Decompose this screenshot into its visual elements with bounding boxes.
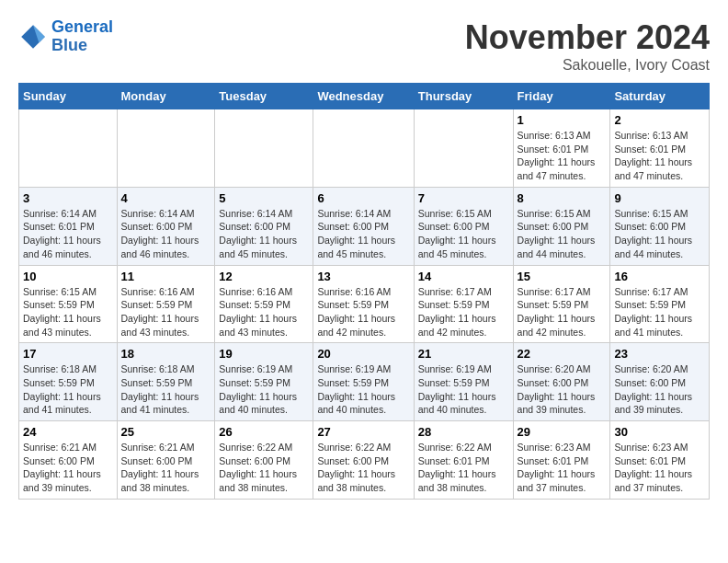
weekday-header-wednesday: Wednesday: [313, 84, 414, 109]
day-info: Sunrise: 6:14 AM Sunset: 6:00 PM Dayligh…: [121, 207, 211, 261]
day-number: 28: [418, 425, 509, 439]
calendar-cell: 2Sunrise: 6:13 AM Sunset: 6:01 PM Daylig…: [610, 109, 710, 188]
calendar-cell: 30Sunrise: 6:23 AM Sunset: 6:01 PM Dayli…: [610, 421, 710, 500]
day-number: 26: [219, 425, 309, 439]
calendar-cell: 12Sunrise: 6:16 AM Sunset: 5:59 PM Dayli…: [215, 265, 313, 343]
weekday-header-row: SundayMondayTuesdayWednesdayThursdayFrid…: [19, 84, 710, 109]
day-number: 27: [317, 425, 409, 439]
day-info: Sunrise: 6:23 AM Sunset: 6:01 PM Dayligh…: [518, 441, 607, 495]
calendar-week-row: 24Sunrise: 6:21 AM Sunset: 6:00 PM Dayli…: [19, 421, 710, 500]
day-number: 4: [121, 191, 211, 205]
day-info: Sunrise: 6:15 AM Sunset: 5:59 PM Dayligh…: [23, 285, 113, 339]
calendar-cell: 10Sunrise: 6:15 AM Sunset: 5:59 PM Dayli…: [19, 265, 118, 343]
calendar-cell: 14Sunrise: 6:17 AM Sunset: 5:59 PM Dayli…: [414, 265, 513, 343]
calendar-cell: 29Sunrise: 6:23 AM Sunset: 6:01 PM Dayli…: [513, 421, 610, 500]
calendar-cell: 17Sunrise: 6:18 AM Sunset: 5:59 PM Dayli…: [19, 343, 118, 421]
calendar-cell: 15Sunrise: 6:17 AM Sunset: 5:59 PM Dayli…: [513, 265, 610, 343]
weekday-header-saturday: Saturday: [610, 84, 710, 109]
logo-line2: Blue: [51, 36, 87, 54]
location-title: Sakouelle, Ivory Coast: [465, 57, 710, 74]
day-number: 18: [121, 347, 211, 361]
calendar-cell: 13Sunrise: 6:16 AM Sunset: 5:59 PM Dayli…: [313, 265, 414, 343]
calendar-cell: [19, 109, 118, 188]
calendar-week-row: 3Sunrise: 6:14 AM Sunset: 6:01 PM Daylig…: [19, 187, 710, 265]
day-info: Sunrise: 6:15 AM Sunset: 6:00 PM Dayligh…: [418, 207, 509, 261]
day-info: Sunrise: 6:18 AM Sunset: 5:59 PM Dayligh…: [23, 362, 113, 417]
calendar-cell: 4Sunrise: 6:14 AM Sunset: 6:00 PM Daylig…: [117, 187, 215, 265]
day-number: 19: [219, 347, 309, 361]
day-number: 11: [121, 270, 211, 283]
calendar-cell: [215, 109, 313, 188]
calendar-cell: 22Sunrise: 6:20 AM Sunset: 6:00 PM Dayli…: [513, 343, 610, 421]
day-number: 2: [614, 113, 705, 127]
calendar-cell: 9Sunrise: 6:15 AM Sunset: 6:00 PM Daylig…: [610, 187, 710, 265]
calendar-cell: [117, 109, 215, 188]
calendar-cell: 20Sunrise: 6:19 AM Sunset: 5:59 PM Dayli…: [313, 343, 414, 421]
weekday-header-sunday: Sunday: [19, 84, 118, 109]
calendar-cell: 1Sunrise: 6:13 AM Sunset: 6:01 PM Daylig…: [513, 109, 610, 188]
day-number: 5: [219, 191, 309, 205]
month-title: November 2024: [465, 18, 710, 57]
weekday-header-friday: Friday: [513, 84, 610, 109]
calendar-cell: 16Sunrise: 6:17 AM Sunset: 5:59 PM Dayli…: [610, 265, 710, 343]
day-number: 13: [317, 270, 409, 283]
calendar-cell: 28Sunrise: 6:22 AM Sunset: 6:01 PM Dayli…: [414, 421, 513, 500]
calendar-cell: 18Sunrise: 6:18 AM Sunset: 5:59 PM Dayli…: [117, 343, 215, 421]
day-number: 17: [23, 347, 113, 361]
day-number: 25: [121, 425, 211, 439]
weekday-header-thursday: Thursday: [414, 84, 513, 109]
weekday-header-tuesday: Tuesday: [215, 84, 313, 109]
calendar-cell: 11Sunrise: 6:16 AM Sunset: 5:59 PM Dayli…: [117, 265, 215, 343]
calendar-cell: 24Sunrise: 6:21 AM Sunset: 6:00 PM Dayli…: [19, 421, 118, 500]
day-info: Sunrise: 6:16 AM Sunset: 5:59 PM Dayligh…: [219, 285, 309, 339]
day-number: 8: [518, 191, 607, 205]
calendar-cell: 21Sunrise: 6:19 AM Sunset: 5:59 PM Dayli…: [414, 343, 513, 421]
logo: General Blue: [18, 18, 113, 55]
day-info: Sunrise: 6:22 AM Sunset: 6:00 PM Dayligh…: [317, 441, 409, 495]
day-info: Sunrise: 6:20 AM Sunset: 6:00 PM Dayligh…: [614, 362, 705, 417]
calendar-cell: 8Sunrise: 6:15 AM Sunset: 6:00 PM Daylig…: [513, 187, 610, 265]
day-info: Sunrise: 6:15 AM Sunset: 6:00 PM Dayligh…: [614, 207, 705, 261]
day-info: Sunrise: 6:22 AM Sunset: 6:00 PM Dayligh…: [219, 441, 309, 495]
calendar-week-row: 17Sunrise: 6:18 AM Sunset: 5:59 PM Dayli…: [19, 343, 710, 421]
day-info: Sunrise: 6:21 AM Sunset: 6:00 PM Dayligh…: [23, 441, 113, 495]
day-info: Sunrise: 6:16 AM Sunset: 5:59 PM Dayligh…: [317, 285, 409, 339]
day-info: Sunrise: 6:17 AM Sunset: 5:59 PM Dayligh…: [418, 285, 509, 339]
calendar-cell: 19Sunrise: 6:19 AM Sunset: 5:59 PM Dayli…: [215, 343, 313, 421]
day-info: Sunrise: 6:17 AM Sunset: 5:59 PM Dayligh…: [614, 285, 705, 339]
weekday-header-monday: Monday: [117, 84, 215, 109]
day-info: Sunrise: 6:14 AM Sunset: 6:01 PM Dayligh…: [23, 207, 113, 261]
day-number: 3: [23, 191, 113, 205]
day-info: Sunrise: 6:20 AM Sunset: 6:00 PM Dayligh…: [518, 362, 607, 417]
logo-icon: [18, 22, 48, 52]
day-number: 21: [418, 347, 509, 361]
calendar-cell: [313, 109, 414, 188]
day-number: 6: [317, 191, 409, 205]
calendar-cell: 23Sunrise: 6:20 AM Sunset: 6:00 PM Dayli…: [610, 343, 710, 421]
day-number: 22: [518, 347, 607, 361]
calendar-cell: 27Sunrise: 6:22 AM Sunset: 6:00 PM Dayli…: [313, 421, 414, 500]
day-info: Sunrise: 6:19 AM Sunset: 5:59 PM Dayligh…: [418, 362, 509, 417]
day-number: 9: [614, 191, 705, 205]
day-number: 14: [418, 270, 509, 283]
day-info: Sunrise: 6:14 AM Sunset: 6:00 PM Dayligh…: [219, 207, 309, 261]
day-number: 10: [23, 270, 113, 283]
day-info: Sunrise: 6:15 AM Sunset: 6:00 PM Dayligh…: [518, 207, 607, 261]
day-info: Sunrise: 6:18 AM Sunset: 5:59 PM Dayligh…: [121, 362, 211, 417]
calendar-cell: 7Sunrise: 6:15 AM Sunset: 6:00 PM Daylig…: [414, 187, 513, 265]
day-info: Sunrise: 6:23 AM Sunset: 6:01 PM Dayligh…: [614, 441, 705, 495]
day-info: Sunrise: 6:14 AM Sunset: 6:00 PM Dayligh…: [317, 207, 409, 261]
header: General Blue November 2024 Sakouelle, Iv…: [18, 18, 710, 74]
calendar-week-row: 1Sunrise: 6:13 AM Sunset: 6:01 PM Daylig…: [19, 109, 710, 188]
calendar-cell: 26Sunrise: 6:22 AM Sunset: 6:00 PM Dayli…: [215, 421, 313, 500]
day-info: Sunrise: 6:21 AM Sunset: 6:00 PM Dayligh…: [121, 441, 211, 495]
day-number: 15: [518, 270, 607, 283]
calendar-cell: 6Sunrise: 6:14 AM Sunset: 6:00 PM Daylig…: [313, 187, 414, 265]
day-info: Sunrise: 6:17 AM Sunset: 5:59 PM Dayligh…: [518, 285, 607, 339]
day-number: 24: [23, 425, 113, 439]
day-info: Sunrise: 6:22 AM Sunset: 6:01 PM Dayligh…: [418, 441, 509, 495]
day-info: Sunrise: 6:13 AM Sunset: 6:01 PM Dayligh…: [614, 129, 705, 183]
calendar-cell: 5Sunrise: 6:14 AM Sunset: 6:00 PM Daylig…: [215, 187, 313, 265]
day-number: 12: [219, 270, 309, 283]
logo-line1: General: [51, 17, 113, 36]
